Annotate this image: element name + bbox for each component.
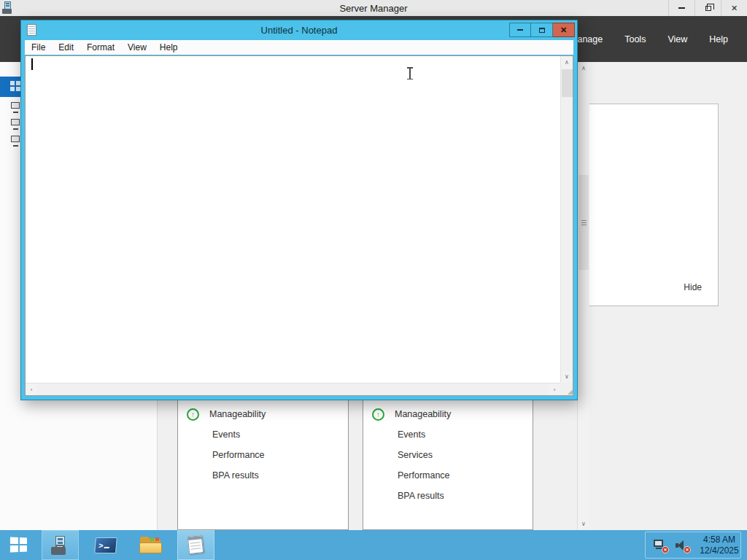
notepad-window: Untitled - Notepad ✕ File Edit Format Vi… — [20, 20, 578, 400]
chevron-down-icon: ∨ — [581, 521, 586, 527]
windows-logo-icon — [10, 537, 28, 553]
np-menu-file[interactable]: File — [25, 42, 52, 52]
notepad-menubar: File Edit Format View Help — [25, 40, 573, 55]
notepad-app-icon — [27, 24, 36, 36]
tile-link-manageability[interactable]: Manageability — [209, 409, 266, 419]
taskbar-notepad-button[interactable] — [177, 530, 214, 560]
server-manager-title: Server Manager — [0, 3, 747, 14]
restore-icon — [705, 6, 711, 11]
taskbar-clock[interactable]: 4:58 AM 12/4/2025 — [698, 534, 740, 556]
tile-row: BPA results — [178, 465, 348, 486]
tile-link-performance[interactable]: Performance — [212, 450, 265, 460]
tile-row: Events — [178, 424, 348, 445]
resize-grip[interactable]: ◢ — [560, 383, 573, 395]
volume-muted-badge: ✕ — [684, 546, 691, 553]
notepad-client-area: ∧ ∨ ‹ › ◢ — [25, 55, 573, 396]
notepad-icon — [187, 535, 204, 555]
tile-link-performance[interactable]: Performance — [398, 470, 450, 481]
np-horizontal-scrollbar[interactable]: ‹ › — [26, 383, 560, 395]
scroll-right-button[interactable]: › — [549, 384, 560, 395]
scroll-down-button[interactable]: ∨ — [561, 370, 573, 383]
volume-muted-icon[interactable]: ✕ — [675, 539, 689, 552]
menu-help[interactable]: Help — [709, 34, 728, 44]
server-manager-icon — [51, 536, 70, 555]
tile-row: Performance — [178, 445, 348, 465]
minimize-icon — [517, 29, 523, 31]
chevron-up-icon: ∧ — [581, 65, 586, 71]
menu-view[interactable]: View — [667, 34, 687, 44]
ibeam-cursor — [406, 67, 414, 79]
roles-tile-2: ↑ Manageability Events Services Performa… — [363, 397, 533, 530]
maximize-icon — [539, 28, 545, 33]
file-explorer-icon — [139, 537, 163, 554]
roles-tile-1: ↑ Manageability Events Performance BPA r… — [177, 397, 349, 530]
tile-row: BPA results — [363, 486, 533, 506]
tile-link-services[interactable]: Services — [398, 450, 433, 460]
tile-link-bpa-results[interactable]: BPA results — [212, 470, 259, 481]
status-up-arrow-icon: ↑ — [187, 408, 199, 421]
np-minimize-button[interactable] — [509, 23, 531, 37]
scroll-up-button[interactable]: ∧ — [561, 56, 573, 69]
status-up-arrow-icon: ↑ — [372, 408, 384, 421]
hide-link[interactable]: Hide — [684, 282, 702, 292]
tile-link-events[interactable]: Events — [398, 429, 425, 440]
tile-row: ↑ Manageability — [363, 404, 533, 424]
tile-link-manageability[interactable]: Manageability — [395, 409, 451, 419]
np-close-button[interactable]: ✕ — [553, 23, 575, 37]
tile-link-bpa-results[interactable]: BPA results — [398, 491, 444, 501]
notepad-titlebar[interactable]: Untitled - Notepad ✕ — [21, 20, 577, 40]
menu-tools[interactable]: Tools — [624, 34, 646, 44]
system-tray: ✕ ✕ 4:58 AM 12/4/2025 — [645, 532, 741, 559]
sidebar-item-all-servers[interactable] — [10, 118, 21, 130]
dashboard-icon — [10, 81, 21, 92]
np-maximize-button[interactable] — [531, 23, 553, 37]
taskbar-powershell-button[interactable]: > — [87, 530, 124, 560]
np-menu-format[interactable]: Format — [80, 42, 121, 52]
sm-vertical-scrollbar[interactable]: ∧ ∨ — [577, 62, 589, 530]
tile-row: Performance — [363, 465, 533, 486]
powershell-icon: > — [94, 537, 117, 553]
taskbar-server-manager-button[interactable] — [42, 530, 79, 560]
notepad-text-area[interactable] — [26, 57, 560, 382]
server-manager-titlebar[interactable]: Server Manager ✕ — [0, 0, 747, 16]
np-menu-edit[interactable]: Edit — [52, 42, 80, 52]
scroll-left-button[interactable]: ‹ — [26, 384, 37, 395]
sm-close-button[interactable]: ✕ — [721, 0, 747, 16]
clock-date: 12/4/2025 — [698, 545, 740, 556]
np-vertical-scrollbar[interactable]: ∧ ∨ — [560, 56, 573, 383]
minimize-icon — [678, 7, 685, 9]
chevron-down-icon: ∨ — [565, 373, 569, 380]
scroll-down-button[interactable]: ∨ — [578, 518, 589, 530]
np-menu-view[interactable]: View — [121, 42, 153, 52]
network-status-icon[interactable]: ✕ — [653, 539, 667, 552]
notepad-title: Untitled - Notepad — [21, 25, 577, 36]
sm-maximize-button[interactable] — [694, 0, 721, 16]
close-icon: ✕ — [731, 4, 738, 13]
chevron-left-icon: ‹ — [31, 386, 33, 393]
sm-minimize-button[interactable] — [668, 0, 694, 16]
text-caret — [31, 58, 33, 70]
clock-time: 4:58 AM — [698, 534, 740, 545]
server-manager-app-icon — [2, 1, 15, 14]
chevron-right-icon: › — [554, 386, 556, 393]
network-disconnected-badge: ✕ — [662, 546, 669, 553]
taskbar: > ✕ ✕ 4:58 AM 12/4/2025 — [0, 530, 747, 560]
sidebar-item-file-storage[interactable] — [10, 135, 21, 147]
scrollbar-thumb[interactable] — [578, 175, 589, 270]
np-menu-help[interactable]: Help — [153, 42, 185, 52]
close-icon: ✕ — [560, 26, 567, 35]
taskbar-file-explorer-button[interactable] — [132, 530, 169, 560]
tile-row: Services — [363, 445, 533, 465]
start-button[interactable] — [0, 530, 39, 560]
scroll-up-button[interactable]: ∧ — [578, 62, 589, 74]
sidebar-item-local-server[interactable] — [10, 101, 21, 113]
desktop: Server Manager ✕ Manage Tools View Help — [0, 0, 747, 560]
scrollbar-thumb[interactable] — [562, 69, 573, 97]
tile-link-events[interactable]: Events — [212, 429, 240, 440]
tile-row: Events — [363, 424, 533, 445]
tile-row: ↑ Manageability — [178, 404, 348, 424]
chevron-up-icon: ∧ — [565, 59, 569, 66]
